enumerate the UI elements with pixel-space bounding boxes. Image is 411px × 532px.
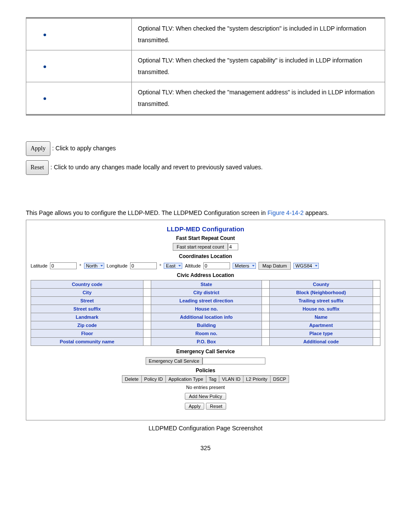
civic-field-input[interactable] [143,305,151,313]
policies-col-header: Tag [206,376,219,383]
civic-field-label: Room no. [151,329,262,337]
coordinates-sub: Coordinates Location [31,253,380,259]
civic-field-label: Block (Neighborhood) [269,288,373,296]
tlv-table: Optional TLV: When checked the "system d… [26,17,385,115]
tlv-desc: Optional TLV: When checked the "system c… [132,50,385,82]
shot-title: LLDP-MED Configuration [31,225,380,233]
civic-field-input[interactable] [143,337,151,345]
fast-start-sub: Fast Start Repeat Count [31,235,380,241]
map-datum-select[interactable]: WGS84 [293,263,319,269]
reset-button[interactable]: Reset [26,160,49,175]
fast-start-label: Fast start repeat count [173,243,228,251]
civic-field-input[interactable] [373,305,380,313]
tlv-desc: Optional TLV: When checked the "system d… [132,18,385,50]
civic-field-label: Street suffix [31,305,143,313]
civic-field-input[interactable] [373,313,380,321]
ecs-sub: Emergency Call Service [31,348,380,355]
civic-field-input[interactable] [143,280,151,288]
degree-icon: ° [79,263,81,268]
civic-field-input[interactable] [262,337,269,345]
civic-field-input[interactable] [262,321,269,329]
civic-field-input[interactable] [373,329,380,337]
longitude-dir-select[interactable]: East [164,263,182,269]
policies-empty: No entries present [31,385,380,390]
policies-col-header: L2 Priority [243,376,271,383]
civic-field-input[interactable] [143,288,151,296]
civic-field-input[interactable] [262,288,269,296]
longitude-input[interactable] [130,262,157,269]
civic-field-label: County [269,280,373,288]
civic-field-label: Country code [31,280,143,288]
civic-field-input[interactable] [262,280,269,288]
civic-field-input[interactable] [262,296,269,305]
altitude-label: Altitude [185,263,201,268]
civic-field-input[interactable] [143,321,151,329]
civic-field-label: Name [269,313,373,321]
latitude-dir-select[interactable]: North [84,263,104,269]
civic-field-label: Additional code [269,337,373,345]
altitude-input[interactable] [203,262,230,269]
figure-ref-link[interactable]: Figure 4-14-2 [268,209,304,216]
civic-field-label: Building [151,321,262,329]
policies-col-header: VLAN ID [219,376,243,383]
civic-field-label: Place type [269,329,373,337]
ecs-input[interactable] [202,358,265,364]
apply-button[interactable]: Apply [26,141,50,156]
civic-field-label: City district [151,288,262,296]
map-datum-label: Map Datum [258,262,291,270]
civic-field-label: Postal community name [31,337,143,345]
civic-field-input[interactable] [143,329,151,337]
civic-field-input[interactable] [262,329,269,337]
civic-field-input[interactable] [373,321,380,329]
latitude-input[interactable] [50,262,77,269]
shot-reset-button[interactable]: Reset [206,403,226,410]
fast-start-input[interactable] [228,243,238,250]
civic-field-label: Additional location info [151,313,262,321]
policies-col-header: Application Type [166,376,206,383]
civic-field-label: State [151,280,262,288]
policies-col-header: Delete [122,376,141,383]
bullet-icon [44,65,46,68]
apply-desc: : Click to apply changes [52,144,116,151]
config-screenshot: LLDP-MED Configuration Fast Start Repeat… [26,220,385,421]
civic-table: Country codeStateCountyCityCity district… [31,280,380,346]
intro-lead: This Page allows you to configure the LL… [26,209,268,216]
civic-field-label: Zip code [31,321,143,329]
policies-table: DeletePolicy IDApplication TypeTagVLAN I… [122,375,289,383]
civic-sub: Civic Address Location [31,272,380,278]
page-number: 325 [26,445,385,451]
civic-field-input[interactable] [143,313,151,321]
civic-field-label: House no. [151,305,262,313]
civic-field-input[interactable] [262,305,269,313]
civic-field-label: House no. suffix [269,305,373,313]
civic-field-input[interactable] [373,280,380,288]
bullet-cell [26,18,132,50]
degree-icon: ° [159,263,161,268]
add-policy-button[interactable]: Add New Policy [185,393,226,400]
intro-tail: appears. [304,209,329,216]
civic-field-input[interactable] [373,296,380,305]
civic-field-input[interactable] [262,313,269,321]
civic-field-label: Floor [31,329,143,337]
shot-apply-button[interactable]: Apply [185,403,205,410]
bullet-cell [26,82,132,115]
altitude-unit-select[interactable]: Meters [233,263,256,269]
intro-text: This Page allows you to configure the LL… [26,209,385,216]
civic-field-label: Trailing street suffix [269,296,373,305]
civic-field-label: P.O. Box [151,337,262,345]
reset-desc-row: Reset: Click to undo any changes made lo… [26,160,385,175]
civic-field-label: Apartment [269,321,373,329]
bullet-cell [26,50,132,82]
civic-field-input[interactable] [143,296,151,305]
bullet-icon [44,34,46,36]
policies-col-header: DSCP [270,376,289,383]
civic-field-input[interactable] [373,337,380,345]
civic-field-input[interactable] [373,288,380,296]
figure-caption: LLDPMED Configuration Page Screenshot [26,425,385,432]
ecs-label: Emergency Call Service [146,357,202,365]
policies-sub: Policies [31,367,380,373]
longitude-label: Longitude [107,263,128,268]
policies-col-header: Policy ID [141,376,165,383]
civic-field-label: City [31,288,143,296]
tlv-desc: Optional TLV: When checked the "manageme… [132,82,385,115]
